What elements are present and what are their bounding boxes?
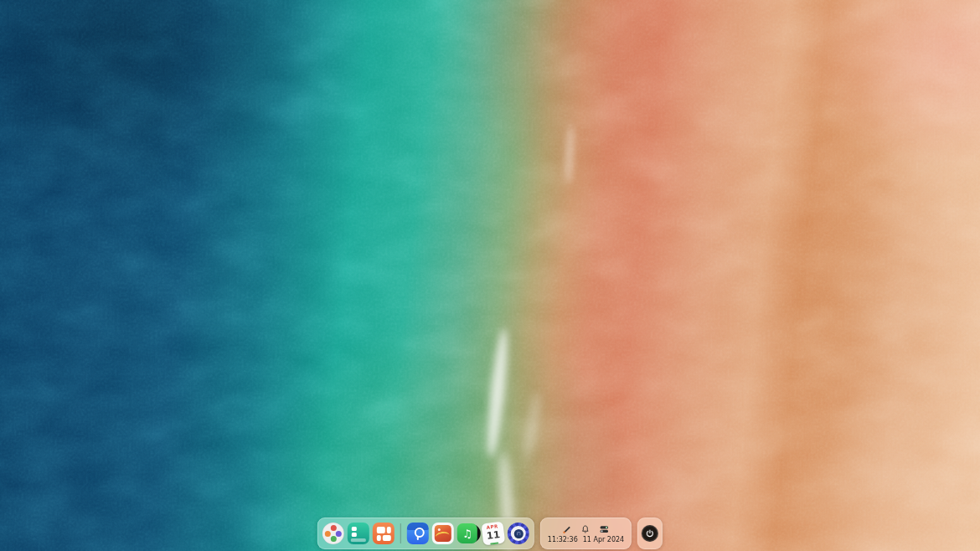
- file-manager-icon[interactable]: [407, 523, 429, 544]
- bell-icon[interactable]: [580, 524, 591, 534]
- grid-tile: [376, 527, 385, 533]
- tray-clock[interactable]: 11:32:36 11 Apr 2024: [548, 537, 624, 543]
- desktop-screen: ♫ APR 11: [0, 0, 980, 551]
- launcher-dot-red: [330, 525, 336, 531]
- launcher-dot-green: [330, 536, 336, 542]
- multitasking-square: [352, 527, 357, 532]
- calendar-icon[interactable]: APR 11: [481, 522, 505, 546]
- launcher-dot-orange: [325, 531, 331, 537]
- switches-icon[interactable]: [599, 524, 610, 534]
- grid-tile: [382, 535, 391, 542]
- dock-power-segment: [637, 518, 663, 549]
- control-center-icon[interactable]: [508, 523, 529, 544]
- app-grid-icon[interactable]: [373, 523, 395, 544]
- dock-tray-segment: 11:32:36 11 Apr 2024: [540, 518, 632, 549]
- magnifier-stem: [417, 536, 419, 540]
- power-button[interactable]: [642, 525, 658, 542]
- photo-wave: [435, 531, 450, 542]
- pen-icon[interactable]: [562, 524, 572, 534]
- grid-tile: [376, 535, 380, 542]
- magnifier-lens: [414, 528, 424, 538]
- clock-date: 11 Apr 2024: [583, 537, 624, 543]
- music-note-glyph: ♫: [462, 528, 472, 539]
- dock: ♫ APR 11: [317, 518, 663, 549]
- desktop-wallpaper: [0, 0, 980, 551]
- photo-thumbnail: [435, 525, 451, 542]
- grid-tile: [387, 527, 391, 533]
- power-icon: [645, 528, 655, 538]
- dock-apps-segment: ♫ APR 11: [317, 518, 534, 549]
- photo-sun: [438, 528, 441, 531]
- launcher-dot-purple: [336, 531, 342, 537]
- multitasking-icon[interactable]: [348, 523, 369, 544]
- multitasking-square: [352, 533, 357, 538]
- image-viewer-icon[interactable]: [432, 523, 454, 544]
- control-center-glyph: [516, 532, 520, 536]
- dock-separator: [400, 523, 401, 543]
- clock-time: 11:32:36: [548, 537, 578, 543]
- calendar-day-label: 11: [486, 530, 500, 541]
- launcher-icon[interactable]: [322, 523, 344, 544]
- calendar-underline: [490, 542, 498, 544]
- music-icon[interactable]: ♫: [457, 523, 479, 544]
- multitasking-bar: [351, 538, 366, 542]
- tray-icons: [562, 523, 610, 535]
- music-plate: ♫: [457, 523, 477, 543]
